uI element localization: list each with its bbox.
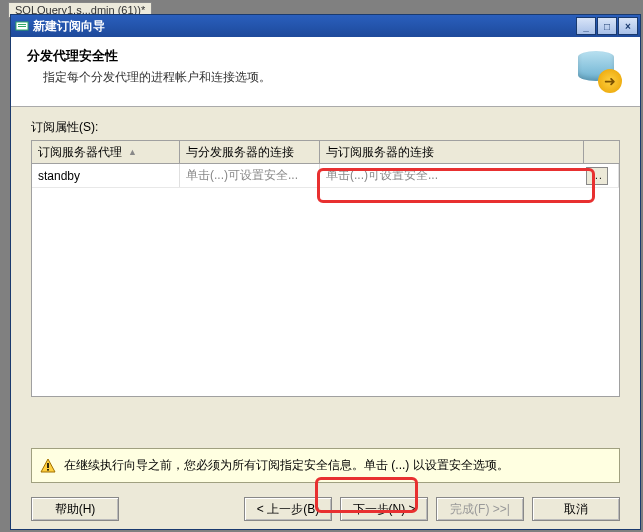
cancel-button[interactable]: 取消 [532, 497, 620, 521]
cell-agent: standby [32, 164, 180, 187]
warning-text: 在继续执行向导之前，您必须为所有订阅指定安全信息。单击 (...) 以设置安全选… [64, 457, 509, 474]
svg-rect-5 [47, 469, 49, 471]
ellipsis-button[interactable]: ... [586, 167, 608, 185]
app-icon [15, 19, 29, 33]
cell-sub-conn-text[interactable]: 单击(...)可设置安全... [320, 164, 586, 187]
close-button[interactable]: × [618, 17, 638, 35]
warning-bar: 在继续执行向导之前，您必须为所有订阅指定安全信息。单击 (...) 以设置安全选… [31, 448, 620, 483]
wizard-window: 新建订阅向导 _ □ × 分发代理安全性 指定每个分发代理的进程帐户和连接选项。… [10, 14, 641, 530]
next-button[interactable]: 下一步(N) > [340, 497, 428, 521]
subscription-grid: 订阅服务器代理 ▲ 与分发服务器的连接 与订阅服务器的连接 standby 单击… [31, 140, 620, 397]
table-row: standby 单击(...)可设置安全... 单击(...)可设置安全... … [32, 164, 619, 188]
warning-icon [40, 458, 56, 474]
button-bar: 帮助(H) < 上一步(B) 下一步(N) > 完成(F) >>| 取消 [11, 497, 640, 521]
col-sub-conn[interactable]: 与订阅服务器的连接 [320, 141, 584, 163]
back-button[interactable]: < 上一步(B) [244, 497, 332, 521]
col-spacer [584, 141, 619, 163]
sort-asc-icon: ▲ [128, 147, 137, 157]
svg-rect-1 [18, 24, 26, 25]
titlebar: 新建订阅向导 _ □ × [11, 15, 640, 37]
maximize-button[interactable]: □ [597, 17, 617, 35]
grid-header: 订阅服务器代理 ▲ 与分发服务器的连接 与订阅服务器的连接 [32, 140, 619, 164]
help-button[interactable]: 帮助(H) [31, 497, 119, 521]
svg-rect-2 [18, 26, 26, 27]
svg-rect-4 [47, 463, 49, 468]
grid-body: standby 单击(...)可设置安全... 单击(...)可设置安全... … [32, 164, 619, 396]
window-title: 新建订阅向导 [33, 18, 576, 35]
section-label: 订阅属性(S): [31, 119, 620, 136]
page-subtitle: 指定每个分发代理的进程帐户和连接选项。 [43, 69, 576, 86]
col-agent[interactable]: 订阅服务器代理 ▲ [32, 141, 180, 163]
cell-dist-conn[interactable]: 单击(...)可设置安全... [180, 164, 320, 187]
col-dist-conn[interactable]: 与分发服务器的连接 [180, 141, 320, 163]
minimize-button[interactable]: _ [576, 17, 596, 35]
col-agent-label: 订阅服务器代理 [38, 144, 122, 161]
finish-button: 完成(F) >>| [436, 497, 524, 521]
page-title: 分发代理安全性 [27, 47, 576, 65]
wizard-header: 分发代理安全性 指定每个分发代理的进程帐户和连接选项。 ➜ [11, 37, 640, 107]
wizard-icon: ➜ [576, 47, 624, 95]
cell-sub-conn: 单击(...)可设置安全... ... [320, 164, 619, 187]
